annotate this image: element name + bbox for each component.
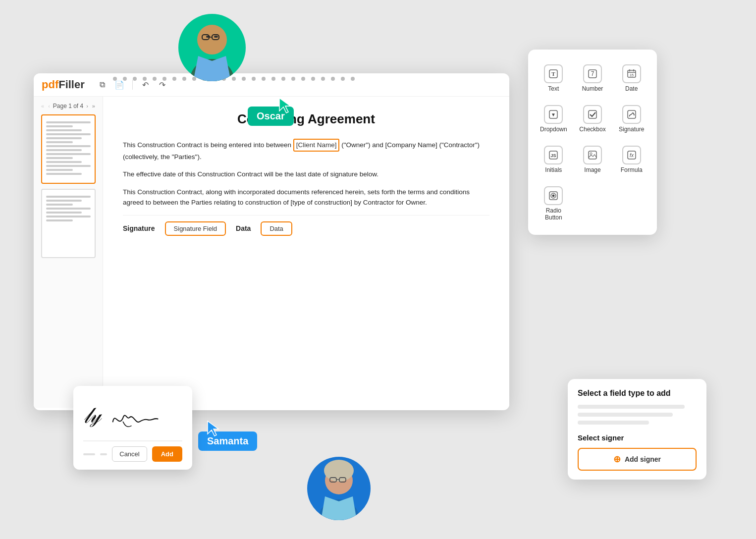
thumb-line (46, 149, 82, 151)
add-signer-button[interactable]: ⊕ Add signer (578, 448, 697, 471)
page-thumbnail-2[interactable] (41, 189, 96, 258)
samanta-cursor (206, 420, 223, 440)
text-field-icon: T (544, 64, 563, 83)
field-type-formula[interactable]: fx Formula (614, 141, 649, 177)
select-field-panel: Select a field type to add Select signer… (568, 379, 706, 480)
thumb-line (46, 133, 91, 135)
image-field-icon (583, 146, 602, 164)
checkbox-label: Checkbox (579, 126, 605, 133)
page-prev-arrow[interactable]: ‹ (47, 103, 51, 109)
svg-text:▼: ▼ (551, 112, 556, 117)
content-area: « ‹ Page 1 of 4 › » (34, 97, 509, 408)
signature-label-item: Signature (619, 126, 644, 133)
add-button[interactable]: Add (152, 446, 182, 462)
field-type-text[interactable]: T Text (536, 59, 571, 96)
svg-rect-27 (214, 36, 218, 38)
page-last-arrow[interactable]: » (91, 103, 96, 109)
data-label: Data (236, 224, 251, 232)
field-type-initials[interactable]: JS Initials (536, 141, 571, 177)
oscar-cursor (277, 97, 295, 117)
thumb-line (46, 219, 73, 221)
thumb-line (46, 157, 73, 159)
select-field-title: Select a field type to add (578, 389, 697, 398)
document-title: Consulting Agreement (123, 111, 489, 127)
thumb-line (46, 169, 73, 171)
svg-point-16 (590, 153, 592, 155)
oscar-avatar (178, 14, 246, 81)
thumb-line (46, 129, 82, 131)
radio-label: Radio Button (538, 207, 569, 221)
page-first-arrow[interactable]: « (40, 103, 45, 109)
thumb-line (46, 125, 73, 127)
initials-label: Initials (545, 166, 562, 173)
page-thumbnail-1[interactable] (41, 114, 96, 184)
page-navigation: « ‹ Page 1 of 4 › » (38, 103, 99, 109)
field-type-checkbox[interactable]: Checkbox (575, 100, 610, 137)
placeholder-line (578, 421, 649, 425)
signature-card: 𝓁𝓎 Cancel Add (73, 386, 192, 470)
svg-rect-15 (589, 151, 596, 159)
thumb-line (46, 204, 73, 206)
initials-field-icon: JS (544, 146, 563, 164)
app-logo: pdfFiller (42, 78, 85, 91)
signature-field-icon (622, 105, 641, 124)
client-name-field[interactable]: [Client Name] (293, 139, 340, 152)
dropdown-label: Dropdown (540, 126, 567, 133)
add-signer-icon: ⊕ (613, 454, 621, 465)
text-label: Text (548, 85, 559, 92)
field-type-panel: T Text 7 Number 15 Date ▼ Dropdown (528, 50, 657, 235)
svg-text:7: 7 (591, 70, 594, 77)
signature-canvas: 𝓁𝓎 (83, 396, 182, 435)
thumb-line (46, 208, 91, 210)
field-type-date[interactable]: 15 Date (614, 59, 649, 96)
thumb-line (46, 173, 82, 175)
thumb-line (46, 145, 91, 147)
number-field-icon: 7 (583, 64, 602, 83)
signature-svg (101, 396, 182, 435)
placeholder-line (578, 405, 685, 409)
signature-label: Signature (123, 224, 155, 232)
svg-text:JS: JS (551, 153, 556, 158)
svg-marker-22 (279, 98, 290, 113)
data-field-button[interactable]: Data (261, 221, 292, 236)
svg-point-33 (324, 460, 354, 482)
dropdown-field-icon: ▼ (544, 105, 563, 124)
signature-row: Signature Signature Field Data Data (123, 215, 489, 242)
thumb-line (46, 216, 91, 217)
thumb-line (46, 121, 91, 123)
field-type-dropdown[interactable]: ▼ Dropdown (536, 100, 571, 137)
paragraph-1: This Construction Contract is being ente… (123, 139, 489, 162)
svg-point-21 (552, 195, 555, 197)
svg-text:fx: fx (630, 153, 634, 158)
svg-text:15: 15 (630, 73, 634, 77)
sig-card-line (83, 453, 95, 455)
formula-label: Formula (621, 166, 643, 173)
select-signer-title: Select signer (578, 433, 697, 442)
number-label: Number (582, 85, 603, 92)
thumb-line (46, 212, 82, 214)
sig-card-line (100, 453, 108, 455)
sidebar: « ‹ Page 1 of 4 › » (34, 97, 103, 408)
placeholder-line (578, 413, 673, 417)
sig-card-rule (83, 440, 182, 441)
select-field-placeholder (578, 405, 697, 425)
date-field-icon: 15 (622, 64, 641, 83)
field-type-image[interactable]: Image (575, 141, 610, 177)
page-next-arrow[interactable]: › (85, 103, 89, 109)
image-label: Image (584, 166, 600, 173)
samanta-person-svg (307, 457, 371, 520)
page-indicator: Page 1 of 4 (53, 103, 83, 109)
checkbox-field-icon (583, 105, 602, 124)
oscar-person-svg (178, 14, 246, 81)
cancel-button[interactable]: Cancel (112, 446, 147, 462)
copy-icon[interactable]: ⧉ (97, 79, 108, 91)
samanta-avatar (307, 457, 371, 520)
field-type-number[interactable]: 7 Number (575, 59, 610, 96)
field-type-radio[interactable]: Radio Button (536, 181, 571, 225)
formula-field-icon: fx (622, 146, 641, 164)
field-type-grid: T Text 7 Number 15 Date ▼ Dropdown (536, 59, 649, 225)
signature-field-button[interactable]: Signature Field (165, 221, 226, 236)
thumb-line (46, 153, 91, 155)
add-signer-label: Add signer (625, 455, 661, 463)
field-type-signature[interactable]: Signature (614, 100, 649, 137)
